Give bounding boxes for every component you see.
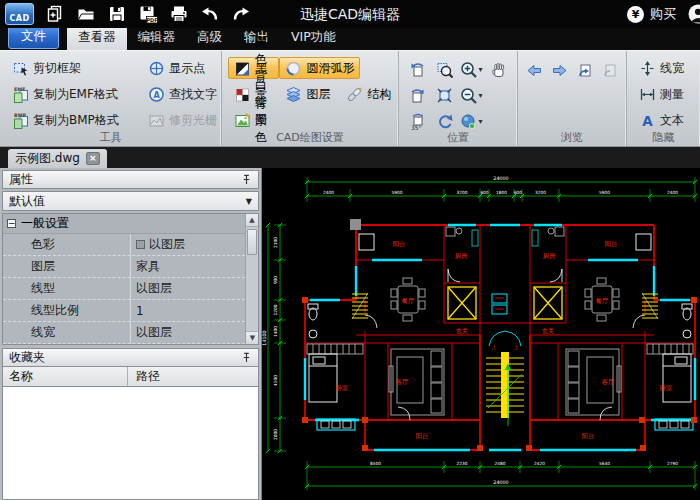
zoom-out-button[interactable]: ▾ [458, 82, 485, 108]
property-grid-scrollbar[interactable]: ▲ ▼ [245, 214, 258, 344]
svg-text:餐厅: 餐厅 [402, 297, 414, 304]
corner-marker-gray [350, 219, 361, 230]
save-icon[interactable] [107, 4, 127, 24]
crop-frame-label: 剪切框架 [33, 60, 81, 77]
undo-icon[interactable] [200, 4, 220, 24]
menu-tab-vip[interactable]: VIP功能 [280, 26, 347, 50]
property-value[interactable]: 以图层 [131, 322, 245, 343]
rotate-left-page-button[interactable] [404, 56, 431, 82]
zoom-previous-dropdown-arrow[interactable]: ▾ [478, 117, 482, 126]
app-logo-cad[interactable]: CAD [5, 3, 34, 25]
zoom-in-button[interactable]: ▾ [458, 56, 485, 82]
rotate-35-icon: 35° [409, 113, 426, 130]
ribbon-group-cad-settings: 黑色背景 黑白绘图 [222, 51, 399, 146]
scroll-up-icon[interactable]: ▲ [246, 214, 258, 227]
redo-icon[interactable] [231, 4, 251, 24]
open-folder-icon[interactable] [76, 4, 96, 24]
property-row[interactable]: 色彩以图层 [3, 234, 245, 256]
dropdown-arrow-icon: ▼ [246, 197, 252, 206]
menu-tab-file[interactable]: 文件 [8, 25, 59, 49]
back-arrow-icon[interactable] [526, 62, 543, 79]
text-icon: A [639, 112, 656, 129]
favorites-pin-icon[interactable] [241, 352, 252, 363]
crop-frame-icon [12, 60, 29, 77]
group-label-position: 位置 [399, 130, 517, 145]
copy-emf-button[interactable]: EMF 复制为EMF格式 [8, 81, 144, 107]
menu-tab-viewer[interactable]: 查看器 [67, 26, 127, 50]
svg-text:卧室: 卧室 [660, 384, 672, 391]
scroll-down-icon[interactable]: ▼ [246, 331, 259, 344]
structure-icon [346, 86, 363, 103]
pin-icon[interactable] [241, 174, 252, 185]
svg-text:A: A [642, 112, 653, 128]
group-label-hide: 隐藏 [627, 130, 700, 145]
svg-text:EMF: EMF [14, 87, 25, 92]
rotate-right-page-button[interactable] [404, 82, 431, 108]
svg-text:2100: 2100 [273, 237, 278, 248]
scrollbar-thumb[interactable] [247, 229, 257, 255]
line-width-label: 线宽 [660, 60, 684, 77]
favorites-column-path[interactable]: 路径 [128, 367, 258, 386]
property-value[interactable]: 以图层 [131, 278, 245, 299]
crop-frame-button[interactable]: 剪切框架 [8, 55, 144, 81]
measure-icon [639, 86, 656, 103]
property-row[interactable]: 线型以图层 [3, 278, 245, 300]
black-background-icon [234, 60, 251, 77]
background-color-button[interactable]: 背景色 [228, 109, 279, 131]
preset-dropdown[interactable]: 默认值 ▼ [2, 191, 259, 211]
print-icon[interactable] [169, 4, 189, 24]
line-width-button[interactable]: 线宽 [635, 55, 700, 81]
property-group-header[interactable]: − 一般设置 [3, 214, 245, 234]
copy-bmp-label: 复制为BMP格式 [33, 112, 119, 129]
layers-button[interactable]: 图层 [279, 83, 336, 105]
property-value[interactable]: 以图层 [131, 234, 245, 255]
svg-text:1200: 1200 [273, 304, 278, 315]
property-row[interactable]: 线宽以图层 [3, 322, 245, 344]
ribbon-group-hide: 线宽 测量 A 文本 隐藏 [627, 51, 700, 146]
close-tab-icon[interactable]: × [86, 152, 100, 165]
document-tab-strip: 示例图.dwg × [0, 147, 700, 168]
forward-arrow-icon[interactable] [551, 62, 568, 79]
ribbon-group-browse: 浏览 [518, 51, 627, 146]
show-points-button[interactable]: 显示点 [144, 55, 221, 81]
measure-button[interactable]: 测量 [635, 81, 700, 107]
property-row[interactable]: 线型比例1 [3, 300, 245, 322]
ribbon-group-position: ▾ [399, 51, 518, 146]
svg-text:600: 600 [514, 190, 522, 195]
find-text-icon: A [148, 86, 165, 103]
new-file-icon[interactable] [45, 4, 65, 24]
windows [305, 225, 695, 450]
find-text-button[interactable]: A 查找文字 [144, 81, 221, 107]
collapse-icon[interactable]: − [7, 219, 16, 228]
svg-text:厨房: 厨房 [543, 252, 556, 259]
menu-tab-advanced[interactable]: 高级 [186, 26, 233, 50]
zoom-extents-button[interactable] [431, 82, 458, 108]
svg-text:3200: 3200 [457, 190, 468, 195]
user-account-icon[interactable] [688, 4, 700, 24]
view-undo-icon[interactable] [576, 62, 593, 79]
drawing-canvas[interactable]: 2400590032006001800600320059002400240008… [262, 168, 700, 500]
favorites-column-name[interactable]: 名称 [3, 367, 128, 386]
favorites-list[interactable] [2, 387, 259, 500]
trim-raster-icon [148, 112, 165, 129]
zoom-window-button[interactable] [431, 56, 458, 82]
svg-text:2480: 2480 [495, 461, 506, 466]
black-white-drawing-icon [234, 86, 251, 103]
property-value[interactable]: 1 [131, 300, 245, 321]
yuan-icon[interactable]: ¥ [627, 6, 644, 23]
buy-button[interactable]: 购买 [650, 5, 676, 23]
structure-button[interactable]: 结构 [340, 83, 397, 105]
svg-text:A: A [153, 90, 160, 99]
zoom-in-dropdown-arrow[interactable]: ▾ [478, 65, 482, 74]
property-value[interactable]: 家具 [131, 256, 245, 277]
zoom-out-dropdown-arrow[interactable]: ▾ [478, 91, 482, 100]
zoom-previous-icon [460, 113, 477, 130]
property-grid: − 一般设置 色彩以图层图层家具线型以图层线型比例1线宽以图层 ▲ ▼ [2, 213, 259, 345]
pan-button[interactable] [485, 56, 512, 82]
property-row[interactable]: 图层家具 [3, 256, 245, 278]
svg-text:客厅: 客厅 [396, 378, 408, 386]
menu-tab-editor[interactable]: 编辑器 [127, 26, 187, 50]
document-tab[interactable]: 示例图.dwg × [8, 149, 107, 168]
save-as-pdf-icon[interactable]: PDF [138, 4, 158, 24]
smooth-arc-toggle[interactable]: 圆滑弧形 [279, 57, 360, 79]
